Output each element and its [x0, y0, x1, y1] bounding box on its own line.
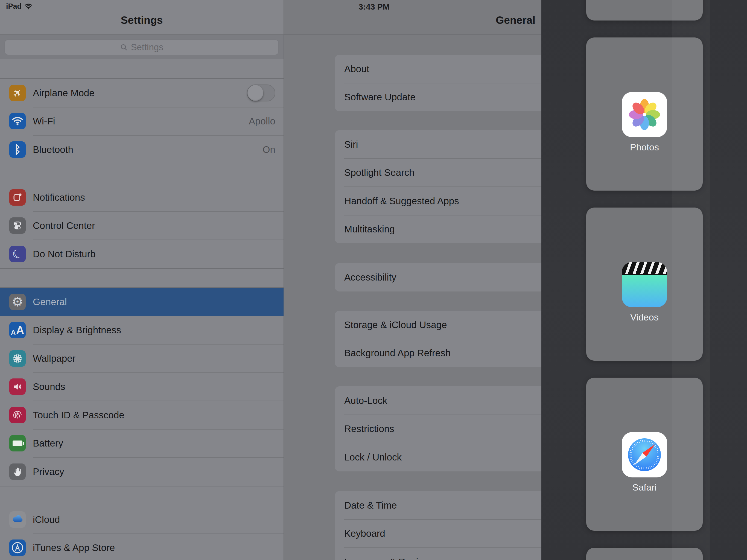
sidebar-group-main: ⚙ General AA Display & Brightness [0, 287, 284, 486]
settings-sidebar: iPad Settings Settings [0, 0, 284, 560]
sidebar-item-general[interactable]: ⚙ General [0, 288, 284, 316]
sidebar-item-sounds[interactable]: Sounds [0, 373, 284, 401]
sidebar-item-touch-id[interactable]: Touch ID & Passcode [0, 401, 284, 429]
search-icon [120, 43, 128, 51]
gear-icon: ⚙ [9, 294, 26, 310]
icloud-icon [9, 511, 26, 528]
videos-app-icon [622, 262, 667, 307]
photos-app-icon [622, 92, 667, 137]
display-brightness-icon: AA [9, 322, 26, 338]
hand-icon [9, 463, 26, 480]
app-card-photos[interactable]: Photos [586, 37, 703, 190]
search-placeholder: Settings [131, 42, 163, 52]
itunes-appstore-icon [9, 539, 26, 556]
sidebar-group-accounts: iCloud iTunes & App Store [0, 505, 284, 560]
sidebar-item-privacy[interactable]: Privacy [0, 457, 284, 486]
status-bar-time: 3:43 PM [358, 2, 389, 11]
sidebar-title: Settings [0, 14, 284, 26]
sidebar-item-wallpaper[interactable]: Wallpaper [0, 344, 284, 373]
safari-app-label: Safari [586, 482, 703, 493]
moon-icon: ☾ [9, 246, 26, 262]
wifi-status-icon [24, 3, 32, 10]
sidebar-item-wifi[interactable]: Wi-Fi Apollo [0, 107, 284, 136]
wifi-value: Apollo [249, 116, 275, 127]
app-card-partial-bottom[interactable] [586, 548, 703, 560]
app-card-safari[interactable]: Safari [586, 378, 703, 531]
sidebar-group-notifications: Notifications Control Center ☾ Do Not Di… [0, 183, 284, 269]
search-band: Settings [0, 35, 284, 59]
sidebar-item-itunes-app-store[interactable]: iTunes & App Store [0, 534, 284, 560]
speaker-icon [9, 378, 26, 395]
bluetooth-icon: ᛒ [9, 142, 26, 158]
screen: iPad Settings Settings [0, 0, 747, 560]
battery-icon [9, 435, 26, 452]
sidebar-group-radios: ✈ Airplane Mode Wi-Fi Apollo ᛒ [0, 78, 284, 164]
sidebar-item-do-not-disturb[interactable]: ☾ Do Not Disturb [0, 240, 284, 268]
search-input[interactable]: Settings [4, 40, 279, 55]
sidebar-item-display-brightness[interactable]: AA Display & Brightness [0, 316, 284, 345]
wifi-icon [9, 113, 26, 129]
app-card-videos[interactable]: Videos [586, 207, 703, 361]
airplane-icon: ✈ [9, 85, 26, 101]
airplane-mode-toggle[interactable] [247, 84, 275, 101]
fingerprint-icon [9, 407, 26, 423]
control-center-icon [9, 218, 26, 234]
slide-over-app-switcher: Photos Videos [541, 0, 747, 560]
videos-app-label: Videos [586, 312, 703, 323]
sidebar-item-icloud[interactable]: iCloud [0, 505, 284, 534]
sidebar-item-airplane-mode[interactable]: ✈ Airplane Mode [0, 79, 284, 107]
sidebar-item-bluetooth[interactable]: ᛒ Bluetooth On [0, 135, 284, 164]
photos-app-label: Photos [586, 142, 703, 153]
sidebar-item-control-center[interactable]: Control Center [0, 212, 284, 240]
sidebar-item-battery[interactable]: Battery [0, 429, 284, 458]
status-bar-left: iPad [6, 2, 32, 11]
safari-app-icon [622, 432, 667, 478]
notifications-icon [9, 189, 26, 206]
bluetooth-value: On [262, 144, 275, 155]
status-device-label: iPad [6, 2, 22, 11]
sidebar-item-notifications[interactable]: Notifications [0, 183, 284, 212]
wallpaper-icon [9, 350, 26, 367]
app-card-partial-top[interactable] [586, 0, 703, 21]
